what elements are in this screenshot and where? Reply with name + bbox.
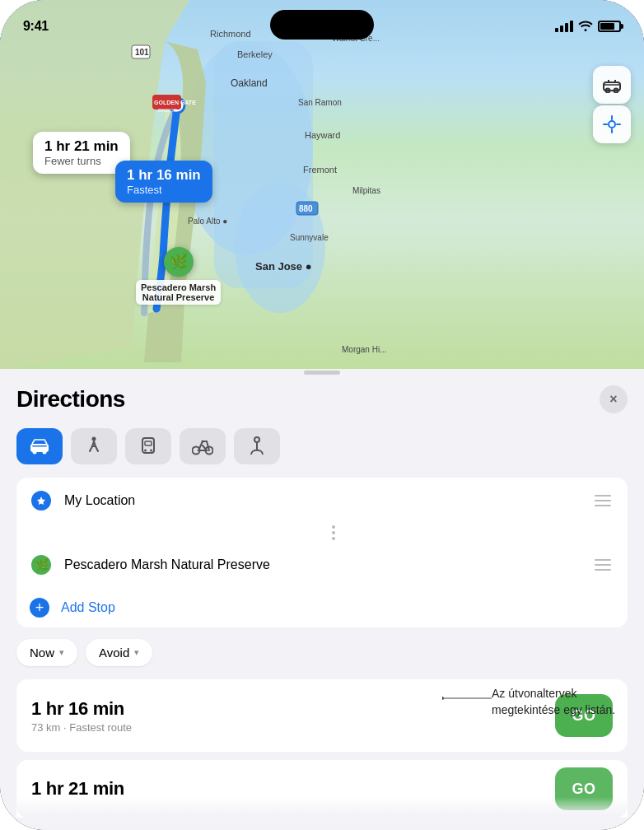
battery-icon bbox=[598, 21, 621, 32]
svg-text:Sunnyvale: Sunnyvale bbox=[290, 233, 329, 242]
chevron-down-icon: ▾ bbox=[59, 647, 64, 658]
bottom-panel: Directions × bbox=[0, 369, 644, 830]
filter-row: Now ▾ Avoid ▾ bbox=[16, 639, 628, 666]
route-card-1-wrapper: 1 hr 16 min 73 km · Fastest route GO Az … bbox=[16, 679, 628, 760]
battery-fill bbox=[600, 23, 614, 30]
svg-text:101: 101 bbox=[135, 48, 149, 57]
destination-drag-handle[interactable] bbox=[591, 556, 614, 574]
origin-row[interactable]: My Location bbox=[16, 478, 628, 524]
add-stop-row[interactable]: + Add Stop bbox=[16, 588, 628, 627]
location-inputs: My Location 🌿 bbox=[16, 478, 628, 627]
svg-text:Morgan Hi...: Morgan Hi... bbox=[342, 345, 386, 354]
svg-rect-39 bbox=[145, 441, 152, 445]
status-icons bbox=[555, 20, 621, 34]
add-stop-text: Add Stop bbox=[61, 600, 115, 615]
svg-text:San Jose ●: San Jose ● bbox=[255, 260, 312, 273]
origin-drag-handle[interactable] bbox=[591, 492, 614, 510]
svg-text:Hayward: Hayward bbox=[305, 130, 340, 140]
destination-label: Pescadero Marsh Natural Preserve bbox=[136, 280, 221, 305]
svg-point-34 bbox=[33, 450, 37, 455]
svg-text:Berkeley: Berkeley bbox=[237, 49, 273, 59]
signal-bar-2 bbox=[560, 26, 563, 32]
map-routes-svg: GOLDEN GATE BRIDGE 101 880 Richmond Berk… bbox=[0, 0, 644, 371]
route-divider bbox=[40, 524, 628, 542]
annotation-line-svg bbox=[442, 686, 492, 711]
route-1-details: 73 km · Fastest route bbox=[31, 721, 555, 734]
destination-location-icon: 🌿 bbox=[31, 555, 51, 575]
tab-transit[interactable] bbox=[125, 428, 171, 464]
svg-point-35 bbox=[43, 450, 47, 455]
close-button[interactable]: × bbox=[600, 385, 628, 413]
filter-now-label: Now bbox=[30, 646, 54, 660]
divider-dot-2 bbox=[332, 531, 335, 534]
annotation-wrapper: Az útvonaltervek megtekintése egy listán… bbox=[442, 686, 636, 718]
svg-text:Fremont: Fremont bbox=[303, 165, 337, 175]
main-route-time: 1 hr 16 min bbox=[127, 167, 201, 184]
transport-mode-control[interactable] bbox=[593, 66, 631, 104]
svg-text:Milpitas: Milpitas bbox=[352, 186, 380, 195]
destination-row[interactable]: 🌿 Pescadero Marsh Natural Preserve bbox=[16, 542, 628, 588]
map-area[interactable]: GOLDEN GATE BRIDGE 101 880 Richmond Berk… bbox=[0, 0, 644, 371]
route-bubble-main[interactable]: 1 hr 16 min Fastest bbox=[115, 161, 212, 203]
phone-frame: 9:41 bbox=[0, 0, 644, 830]
alt-route-label: Fewer turns bbox=[44, 155, 119, 167]
panel-title: Directions bbox=[16, 386, 125, 413]
alt-route-time: 1 hr 21 min bbox=[44, 138, 119, 155]
divider-dot-1 bbox=[332, 525, 335, 529]
destination-pin[interactable]: 🌿 Pescadero Marsh Natural Preserve bbox=[136, 247, 221, 305]
tab-bike[interactable] bbox=[180, 428, 226, 464]
drag-line-1 bbox=[595, 495, 611, 497]
drag-line-2 bbox=[595, 500, 611, 501]
svg-text:BRIDGE: BRIDGE bbox=[158, 108, 177, 113]
tab-rideshare[interactable] bbox=[234, 428, 280, 464]
filter-now[interactable]: Now ▾ bbox=[16, 639, 77, 666]
destination-text: Pescadero Marsh Natural Preserve bbox=[64, 557, 580, 572]
status-time: 9:41 bbox=[23, 19, 49, 34]
origin-location-icon bbox=[31, 491, 51, 511]
destination-icon: 🌿 bbox=[164, 247, 194, 277]
filter-avoid[interactable]: Avoid ▾ bbox=[86, 639, 152, 666]
add-stop-icon: + bbox=[30, 598, 49, 618]
svg-point-48 bbox=[442, 697, 444, 700]
map-background: GOLDEN GATE BRIDGE 101 880 Richmond Berk… bbox=[0, 0, 644, 371]
svg-text:880: 880 bbox=[299, 204, 313, 213]
filter-avoid-label: Avoid bbox=[99, 646, 129, 660]
annotation-text: Az útvonaltervek megtekintése egy listán… bbox=[492, 686, 636, 718]
divider-dot-3 bbox=[332, 537, 335, 540]
svg-text:Palo Alto ●: Palo Alto ● bbox=[188, 217, 227, 226]
route-card-2[interactable]: 1 hr 21 min GO bbox=[16, 760, 628, 818]
svg-point-28 bbox=[609, 121, 615, 128]
svg-text:Oakland: Oakland bbox=[231, 77, 268, 89]
tab-walk[interactable] bbox=[71, 428, 117, 464]
origin-text: My Location bbox=[64, 493, 580, 508]
origin-icon-wrap bbox=[30, 489, 53, 512]
dynamic-island bbox=[270, 10, 374, 40]
svg-point-41 bbox=[150, 450, 152, 452]
map-controls bbox=[593, 66, 631, 143]
panel-header: Directions × bbox=[16, 385, 628, 413]
destination-icon-wrap: 🌿 bbox=[30, 553, 53, 576]
location-control[interactable] bbox=[593, 105, 631, 143]
svg-point-44 bbox=[202, 441, 204, 443]
signal-bar-1 bbox=[555, 28, 558, 32]
svg-rect-36 bbox=[32, 445, 47, 447]
svg-text:GOLDEN GATE: GOLDEN GATE bbox=[154, 100, 196, 105]
drag-line-3 bbox=[595, 505, 611, 506]
svg-point-40 bbox=[144, 450, 147, 452]
signal-bar-4 bbox=[570, 21, 573, 32]
svg-text:San Ramon: San Ramon bbox=[298, 98, 342, 107]
card-fade bbox=[16, 797, 628, 818]
svg-point-45 bbox=[254, 437, 259, 442]
chevron-down-icon-2: ▾ bbox=[134, 647, 139, 658]
svg-point-37 bbox=[92, 437, 96, 441]
tab-car[interactable] bbox=[16, 428, 63, 464]
wifi-icon bbox=[578, 20, 593, 34]
pull-handle[interactable] bbox=[304, 371, 340, 375]
route-cards: 1 hr 16 min 73 km · Fastest route GO Az … bbox=[16, 679, 628, 818]
signal-bar-3 bbox=[565, 23, 568, 32]
main-route-label: Fastest bbox=[127, 184, 201, 196]
transport-tabs bbox=[16, 428, 628, 464]
signal-bars bbox=[555, 21, 573, 32]
phone-screen: 9:41 bbox=[0, 0, 644, 830]
